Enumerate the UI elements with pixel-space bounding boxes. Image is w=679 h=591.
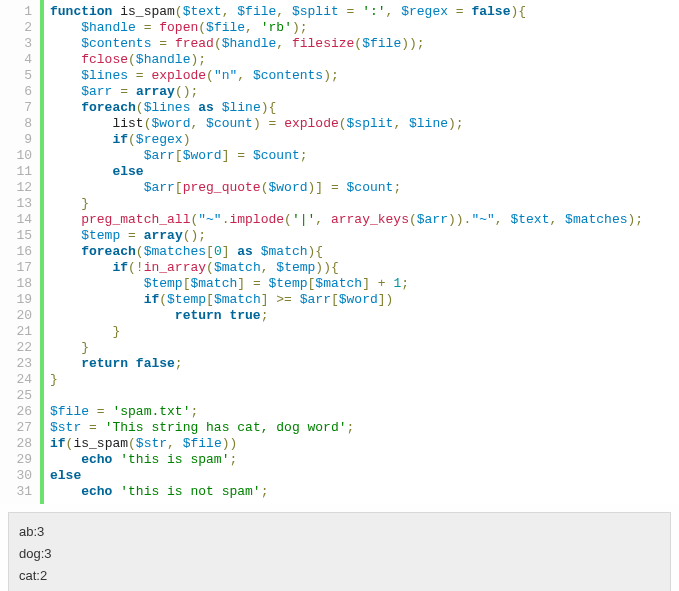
code-line: return true;	[50, 308, 643, 324]
code-line: else	[50, 468, 643, 484]
code-line: echo 'this is spam';	[50, 452, 643, 468]
line-number: 16	[0, 244, 36, 260]
line-number: 22	[0, 340, 36, 356]
line-number: 2	[0, 20, 36, 36]
line-number: 1	[0, 4, 36, 20]
code-line: if($temp[$match] >= $arr[$word])	[50, 292, 643, 308]
line-number: 13	[0, 196, 36, 212]
line-number: 7	[0, 100, 36, 116]
code-line: }	[50, 196, 643, 212]
line-number: 26	[0, 404, 36, 420]
code-line: echo 'this is not spam';	[50, 484, 643, 500]
code-line: $arr = array();	[50, 84, 643, 100]
code-line: $arr[$word] = $count;	[50, 148, 643, 164]
line-number: 5	[0, 68, 36, 84]
line-number: 9	[0, 132, 36, 148]
line-number: 15	[0, 228, 36, 244]
line-number: 30	[0, 468, 36, 484]
code-line: preg_match_all("~".implode('|', array_ke…	[50, 212, 643, 228]
code-line: foreach($matches[0] as $match){	[50, 244, 643, 260]
code-line	[50, 388, 643, 404]
code-line: if($regex)	[50, 132, 643, 148]
line-number: 27	[0, 420, 36, 436]
line-number: 21	[0, 324, 36, 340]
line-number: 11	[0, 164, 36, 180]
code-line: $str = 'This string has cat, dog word';	[50, 420, 643, 436]
code-line: $temp[$match] = $temp[$match] + 1;	[50, 276, 643, 292]
change-marker	[40, 0, 44, 504]
line-number: 3	[0, 36, 36, 52]
line-number: 24	[0, 372, 36, 388]
code-line: $arr[preg_quote($word)] = $count;	[50, 180, 643, 196]
line-number: 25	[0, 388, 36, 404]
code-line: $file = 'spam.txt';	[50, 404, 643, 420]
line-number: 19	[0, 292, 36, 308]
output-block: ab:3dog:3cat:2monkey:2	[8, 512, 671, 591]
code-line: $lines = explode("n", $contents);	[50, 68, 643, 84]
output-line: monkey:2	[19, 587, 660, 591]
output-line: dog:3	[19, 543, 660, 565]
line-number: 4	[0, 52, 36, 68]
code-line: return false;	[50, 356, 643, 372]
line-number: 8	[0, 116, 36, 132]
output-line: ab:3	[19, 521, 660, 543]
code-line: $temp = array();	[50, 228, 643, 244]
code-line: }	[50, 324, 643, 340]
code-line: }	[50, 372, 643, 388]
line-number: 10	[0, 148, 36, 164]
line-number: 14	[0, 212, 36, 228]
code-line: else	[50, 164, 643, 180]
line-number-gutter: 1234567891011121314151617181920212223242…	[0, 0, 40, 504]
code-line: function is_spam($text, $file, $split = …	[50, 4, 643, 20]
line-number: 12	[0, 180, 36, 196]
output-line: cat:2	[19, 565, 660, 587]
code-line: }	[50, 340, 643, 356]
code-line: fclose($handle);	[50, 52, 643, 68]
line-number: 20	[0, 308, 36, 324]
code-line: list($word, $count) = explode($split, $l…	[50, 116, 643, 132]
line-number: 23	[0, 356, 36, 372]
line-number: 6	[0, 84, 36, 100]
code-line: $contents = fread($handle, filesize($fil…	[50, 36, 643, 52]
line-number: 28	[0, 436, 36, 452]
line-number: 17	[0, 260, 36, 276]
line-number: 18	[0, 276, 36, 292]
code-area: function is_spam($text, $file, $split = …	[50, 0, 643, 504]
code-line: if(!in_array($match, $temp)){	[50, 260, 643, 276]
line-number: 29	[0, 452, 36, 468]
code-line: if(is_spam($str, $file))	[50, 436, 643, 452]
code-line: foreach($lines as $line){	[50, 100, 643, 116]
code-block: 1234567891011121314151617181920212223242…	[0, 0, 679, 504]
line-number: 31	[0, 484, 36, 500]
code-line: $handle = fopen($file, 'rb');	[50, 20, 643, 36]
